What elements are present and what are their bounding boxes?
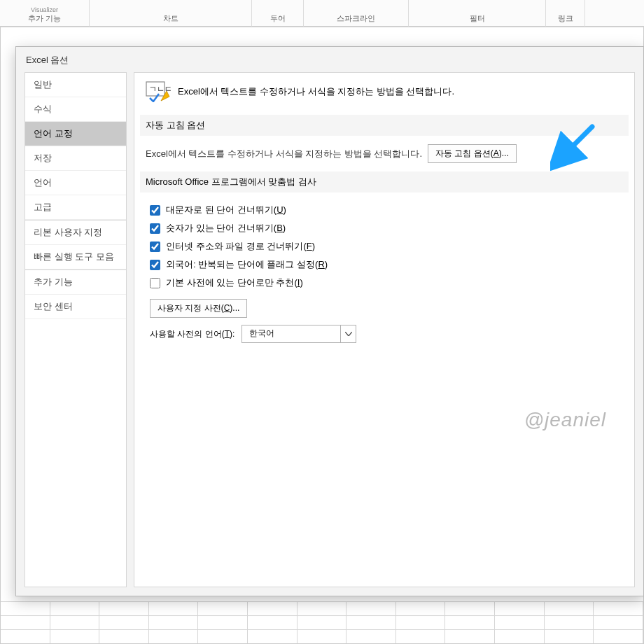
svg-text:ㄱㄴㄷ: ㄱㄴㄷ <box>149 85 171 93</box>
options-content: ㄱㄴㄷ Excel에서 텍스트를 수정하거나 서식을 지정하는 방법을 선택합니… <box>134 72 635 587</box>
grid-cell[interactable] <box>445 630 495 643</box>
sidebar-item[interactable]: 고급 <box>25 195 126 220</box>
grid-cell[interactable] <box>298 616 347 629</box>
dict-lang-label: 사용할 사전의 언어(T): <box>150 328 234 340</box>
checkbox-row[interactable]: 인터넷 주소와 파일 경로 건너뛰기(F) <box>150 237 623 255</box>
grid-cell[interactable] <box>545 630 594 643</box>
grid-cell[interactable] <box>248 602 298 615</box>
grid-cell[interactable] <box>396 602 446 615</box>
grid-cell[interactable] <box>149 616 199 629</box>
grid-cell[interactable] <box>396 630 446 643</box>
grid-cell[interactable] <box>594 616 643 629</box>
ribbon-bar: Visualizer추가 기능차트투어스파크라인필터링크 <box>0 0 644 27</box>
section-autocorrect: 자동 고침 옵션 <box>140 115 629 136</box>
sidebar-item[interactable]: 언어 교정 <box>25 122 126 146</box>
sidebar-item[interactable]: 보안 센터 <box>25 295 126 319</box>
ribbon-group: 필터 <box>409 0 546 27</box>
sidebar-item[interactable]: 리본 사용자 지정 <box>25 220 126 245</box>
grid-cell[interactable] <box>346 602 396 615</box>
grid-cell[interactable] <box>346 630 396 643</box>
watermark: @jeaniel <box>524 409 606 431</box>
sidebar-item[interactable]: 저장 <box>25 146 126 171</box>
grid-cell[interactable] <box>298 602 347 615</box>
checkbox[interactable] <box>150 260 160 270</box>
dict-language-select[interactable]: 한국어 <box>241 325 356 343</box>
proofing-icon: ㄱㄴㄷ <box>146 81 171 102</box>
options-sidebar: 일반수식언어 교정저장언어고급리본 사용자 지정빠른 실행 도구 모음추가 기능… <box>24 72 127 587</box>
grid-cell[interactable] <box>346 616 396 629</box>
chevron-down-icon <box>340 326 356 342</box>
excel-options-dialog: Excel 옵션 일반수식언어 교정저장언어고급리본 사용자 지정빠른 실행 도… <box>15 46 644 596</box>
grid-cell[interactable] <box>1 616 50 629</box>
sidebar-item[interactable]: 일반 <box>25 73 126 97</box>
checkbox-row[interactable]: 숫자가 있는 단어 건너뛰기(B) <box>150 219 623 237</box>
grid-cell[interactable] <box>396 616 446 629</box>
grid-cell[interactable] <box>495 602 545 615</box>
sidebar-item[interactable]: 언어 <box>25 171 126 195</box>
grid-cell[interactable] <box>198 630 248 643</box>
ribbon-group: 링크 <box>546 0 585 27</box>
sidebar-item[interactable]: 수식 <box>25 97 126 122</box>
dialog-title: Excel 옵션 <box>16 47 643 72</box>
grid-cell[interactable] <box>445 616 495 629</box>
grid-cell[interactable] <box>1 602 50 615</box>
sidebar-item[interactable]: 빠른 실행 도구 모음 <box>25 245 126 270</box>
grid-row <box>1 629 643 643</box>
intro-text: Excel에서 텍스트를 수정하거나 서식을 지정하는 방법을 선택합니다. <box>178 85 454 98</box>
ribbon-group: Visualizer추가 기능 <box>0 0 90 27</box>
checkbox-row[interactable]: 기본 사전에 있는 단어로만 추천(I) <box>150 274 623 292</box>
grid-cell[interactable] <box>99 616 149 629</box>
grid-row <box>1 615 643 629</box>
autocorrect-options-button[interactable]: 자동 고침 옵션(A)... <box>428 144 517 163</box>
grid-cell[interactable] <box>495 616 545 629</box>
grid-cell[interactable] <box>198 616 248 629</box>
grid-cell[interactable] <box>50 630 100 643</box>
checkbox[interactable] <box>150 205 160 216</box>
grid-cell[interactable] <box>594 602 643 615</box>
grid-cell[interactable] <box>545 616 594 629</box>
checkbox[interactable] <box>150 278 160 288</box>
checkbox-row[interactable]: 외국어: 반복되는 단어에 플래그 설정(R) <box>150 255 623 274</box>
grid-cell[interactable] <box>445 602 495 615</box>
autocorrect-desc: Excel에서 텍스트를 수정하거나 서식을 지정하는 방법을 선택합니다. <box>146 148 422 160</box>
grid-cell[interactable] <box>594 630 643 643</box>
custom-dictionaries-button[interactable]: 사용자 지정 사전(C)... <box>150 299 247 318</box>
grid-cell[interactable] <box>545 602 594 615</box>
grid-row <box>1 601 643 615</box>
grid-cell[interactable] <box>50 602 100 615</box>
checkbox-row[interactable]: 대문자로 된 단어 건너뛰기(U) <box>150 201 623 219</box>
ribbon-group: 스파크라인 <box>304 0 409 27</box>
grid-cell[interactable] <box>149 602 199 615</box>
grid-cell[interactable] <box>50 616 100 629</box>
checkbox[interactable] <box>150 223 160 234</box>
grid-cell[interactable] <box>99 630 149 643</box>
grid-cell[interactable] <box>99 602 149 615</box>
grid-cell[interactable] <box>495 630 545 643</box>
checkbox[interactable] <box>150 241 160 252</box>
ribbon-group: 투어 <box>252 0 304 27</box>
grid-cell[interactable] <box>248 616 298 629</box>
sidebar-item[interactable]: 추가 기능 <box>25 270 126 295</box>
grid-cell[interactable] <box>298 630 347 643</box>
grid-cell[interactable] <box>149 630 199 643</box>
grid-cell[interactable] <box>1 630 50 643</box>
ribbon-group: 차트 <box>90 0 252 27</box>
section-spellcheck: Microsoft Office 프로그램에서 맞춤법 검사 <box>140 172 629 192</box>
grid-cell[interactable] <box>198 602 248 615</box>
grid-cell[interactable] <box>248 630 298 643</box>
